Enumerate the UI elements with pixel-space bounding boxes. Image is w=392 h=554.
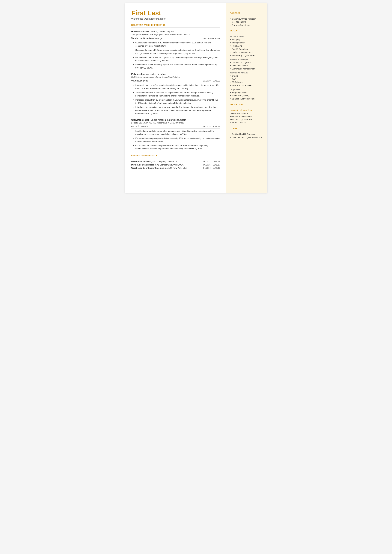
technical-list: Shipping Transportation Purchasing Forkl… (230, 38, 263, 56)
industry-label: Industry Knowledge: (230, 58, 263, 61)
skill-industry-3: Warehouse Management (230, 68, 263, 70)
company-name-1: Resume Worded, (131, 30, 149, 33)
bullet-1-4: Implemented a new inventory system that … (133, 63, 220, 70)
previous-exp-list: Warehouse Receiver, ABC Company, London,… (131, 161, 220, 169)
prev-dates-1: 06/2017 – 05/2018 (203, 161, 220, 163)
job-row-2: Warehouse Lead 11/2019 – 07/2021 (131, 79, 220, 83)
prev-dates-3: 07/2014 – 05/2015 (203, 167, 220, 169)
language-2: Romanian (Native) (230, 94, 263, 97)
prev-company-3: ABC, New York, USA (167, 167, 187, 169)
skill-industry-2: Inventory Control (230, 64, 263, 67)
edu-dates: 10/2011 - 06/2014 (230, 121, 263, 124)
prev-dates-2: 06/2016 – 05/2017 (203, 164, 220, 166)
bullet-list-2: Improved focus on safety standards and d… (131, 84, 220, 115)
other-item-2: SAP Certified Logistics Associate. (230, 136, 263, 139)
company-name-3: Growthsi, (131, 119, 142, 121)
skill-technical-2: Transportation (230, 42, 263, 44)
prev-company-2: XYZ Company, New York, USA (154, 164, 183, 166)
contact-heading: CONTACT (230, 12, 263, 14)
prev-title-3: Warehouse Coordinator (Internship), (131, 167, 167, 169)
languages-list: English (Native) Romanian (Native) Spani… (230, 91, 263, 100)
prev-exp-2: Distribution Supervisor, XYZ Company, Ne… (131, 164, 220, 166)
company-location-2: London, United Kingdom (141, 73, 166, 75)
prev-title-2: Distribution Supervisor, (131, 164, 154, 166)
skill-technical-3: Purchasing (230, 45, 263, 47)
company-location-1: London, United Kingdom (149, 30, 174, 33)
bullet-3-3: Overhauled the policies and procedures m… (133, 144, 220, 150)
company-location-3: London, United Kingdom & Barcelona, Spai… (141, 119, 186, 121)
bullet-2-3: Increased productivity by promoting lean… (133, 98, 220, 105)
skill-technical-4: Forklift Operation (230, 48, 263, 50)
other-heading: OTHER (230, 127, 263, 130)
education-divider (230, 107, 263, 107)
right-column: CONTACT Cheshire, United Kingdom +44 123… (226, 3, 267, 193)
edu-field: Business Administration (230, 115, 263, 118)
contact-item-3: first.last@gmail.com (230, 24, 263, 26)
job-row-1: Warehouse Operations Manager 08/2021 – P… (131, 37, 220, 40)
job-block-3: Growthsi, London, United Kingdom & Barce… (131, 119, 220, 150)
company-1: Resume Worded, London, United Kingdom (131, 30, 220, 33)
edu-location: New York City, New York (230, 118, 263, 121)
resume-container: First Last Warehouse Operations Manager … (125, 3, 267, 193)
job-dates-2: 11/2019 – 07/2021 (203, 80, 220, 82)
tools-label: Tools and Software: (230, 71, 263, 74)
edu-school: University of New York (230, 109, 263, 111)
prev-exp-1: Warehouse Receiver, ABC Company, London,… (131, 161, 220, 163)
job-dates-1: 08/2021 – Present (203, 37, 220, 40)
edu-degree: Bachelor of Science (230, 112, 263, 115)
contact-list: Cheshire, United Kingdom +44 123456789 f… (230, 18, 263, 26)
skill-tool-1: Oracle (230, 75, 263, 77)
other-list: Certified Forklift Operator. SAP Certifi… (230, 133, 263, 139)
company-3: Growthsi, London, United Kingdom & Barce… (131, 119, 220, 121)
prev-exp-3: Warehouse Coordinator (Internship), ABC,… (131, 167, 220, 169)
job-row-3: Fork Lift Operator 06/2018 – 10/2019 (131, 125, 220, 129)
skill-technical-6: Third-Party Logistics (3PL) (230, 54, 263, 56)
tools-list: Oracle SAP JD Edwards Microsoft Office S… (230, 75, 263, 87)
bullet-1-3: Reduced labor costs despite opposition b… (133, 56, 220, 62)
technical-label: Technical Skills: (230, 35, 263, 38)
prev-title-1: Warehouse Receiver, (131, 161, 152, 163)
skill-technical-1: Shipping (230, 38, 263, 41)
bullet-1-1: Oversaw the operations of 12 warehouses … (133, 41, 220, 48)
job-title-2: Warehouse Lead (131, 79, 148, 82)
company-2: Polyhire, London, United Kingdom (131, 73, 220, 76)
bullet-2-4: Introduced opportunities that improved m… (133, 106, 220, 115)
skills-divider (230, 33, 263, 33)
language-1: English (Native) (230, 91, 263, 94)
bullet-2-1: Improved focus on safety standards and d… (133, 84, 220, 90)
contact-item-1: Cheshire, United Kingdom (230, 18, 263, 20)
candidate-title: Warehouse Operations Manager (131, 17, 220, 20)
candidate-name: First Last (131, 9, 220, 17)
bullet-list-1: Oversaw the operations of 12 warehouses … (131, 41, 220, 70)
left-column: First Last Warehouse Operations Manager … (125, 3, 226, 193)
other-divider (230, 131, 263, 131)
skill-tool-2: SAP (230, 78, 263, 80)
languages-label: Languages: (230, 88, 263, 91)
skills-heading: SKILLS (230, 29, 263, 32)
company-tagline-1: Storage facility with 50+ employees and … (131, 33, 220, 36)
job-block-2: Polyhire, London, United Kingdom NYSE-li… (131, 73, 220, 115)
skill-technical-5: Logistics Management (230, 51, 263, 53)
prev-exp-2-text: Distribution Supervisor, XYZ Company, Ne… (131, 164, 184, 166)
bullet-1-2: Supervised a team of 125 warehouse assoc… (133, 49, 220, 55)
prev-exp-3-text: Warehouse Coordinator (Internship), ABC,… (131, 167, 187, 169)
bullet-3-1: Identified new markets for recycled mate… (133, 129, 220, 136)
job-title-3: Fork Lift Operator (131, 125, 149, 128)
contact-item-2: +44 123456789 (230, 21, 263, 23)
name-block: First Last Warehouse Operations Manager (131, 9, 220, 20)
company-name-2: Polyhire, (131, 73, 141, 75)
bullet-2-2: Achieved an $890K annual cost savings on… (133, 91, 220, 98)
company-tagline-3: Logistic SaaS with 950,000 subscribers i… (131, 122, 220, 124)
company-tagline-2: NYSE-listed warehousing startup located … (131, 76, 220, 78)
skill-tool-4: Microsoft Office Suite (230, 84, 263, 87)
relevant-experience-heading: RELEVANT WORK EXPERIENCE (131, 24, 220, 26)
bullet-3-2: Exceeded the company productivity averag… (133, 137, 220, 143)
prev-exp-1-text: Warehouse Receiver, ABC Company, London,… (131, 161, 178, 163)
skill-tool-3: JD Edwards (230, 81, 263, 83)
job-title-1: Warehouse Operations Manager (131, 37, 163, 40)
education-heading: EDUCATION (230, 103, 263, 105)
prev-company-1: ABC Company, London, UK (152, 161, 178, 163)
bullet-list-3: Identified new markets for recycled mate… (131, 129, 220, 150)
industry-list: Distribution Logistics Inventory Control… (230, 61, 263, 70)
other-item-1: Certified Forklift Operator. (230, 133, 263, 135)
